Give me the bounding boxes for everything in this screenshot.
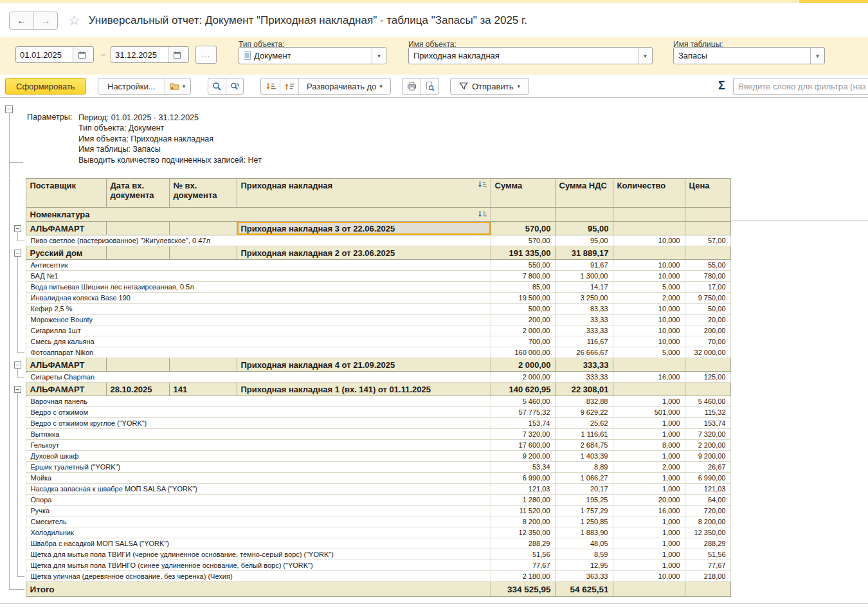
- item-sum-cell[interactable]: 500,00: [491, 304, 555, 315]
- item-quantity-cell[interactable]: 8,000: [613, 440, 685, 451]
- doc-number-cell[interactable]: [169, 358, 237, 372]
- empty-header-cell[interactable]: [491, 208, 555, 222]
- item-price-cell[interactable]: 218,00: [685, 571, 730, 582]
- column-header-price[interactable]: Цена: [685, 179, 730, 208]
- column-header-document[interactable]: Приходная накладная: [237, 179, 491, 208]
- supplier-cell[interactable]: АЛЬФАМАРТ: [26, 383, 106, 396]
- calendar-button[interactable]: [73, 47, 90, 62]
- total-sum-cell[interactable]: 334 525,95: [491, 582, 555, 597]
- generate-button[interactable]: Сформировать: [5, 78, 86, 95]
- doc-number-cell[interactable]: [169, 222, 237, 235]
- column-header-doc-number[interactable]: № вх. документа: [169, 179, 237, 208]
- item-sum-cell[interactable]: 1 280,00: [491, 495, 555, 506]
- nomenclature-header-cell[interactable]: Номенклатура: [26, 208, 491, 222]
- item-price-cell[interactable]: 57,00: [685, 235, 730, 246]
- item-price-cell[interactable]: 200,00: [685, 325, 730, 336]
- item-vat-cell[interactable]: 333,33: [555, 325, 613, 336]
- item-vat-cell[interactable]: 95,00: [555, 235, 613, 246]
- item-sum-cell[interactable]: 5 460,00: [491, 396, 555, 407]
- group-sum-cell[interactable]: 140 620,95: [491, 383, 555, 396]
- item-sum-cell[interactable]: 8 200,00: [491, 516, 555, 527]
- item-price-cell[interactable]: 5 460,00: [685, 396, 730, 407]
- item-price-cell[interactable]: 17,00: [685, 282, 730, 293]
- item-name-cell[interactable]: Ведро с отжимом круглое ("YORK"): [26, 418, 491, 429]
- item-price-cell[interactable]: 77,67: [685, 560, 730, 571]
- column-header-vat[interactable]: Сумма НДС: [555, 179, 613, 208]
- period-to-input[interactable]: [111, 50, 168, 60]
- item-quantity-cell[interactable]: 1,000: [613, 484, 685, 495]
- item-vat-cell[interactable]: 14,17: [555, 282, 613, 293]
- item-price-cell[interactable]: 8 200,00: [685, 516, 730, 527]
- item-sum-cell[interactable]: 17 600,00: [491, 440, 555, 451]
- item-vat-cell[interactable]: 33,33: [555, 315, 613, 325]
- report-variants-button[interactable]: ▾: [165, 78, 190, 94]
- table-name-combo[interactable]: Запасы ▾: [673, 47, 825, 64]
- item-price-cell[interactable]: 20,00: [685, 315, 730, 325]
- item-name-cell[interactable]: Варочная панель: [26, 396, 491, 407]
- item-name-cell[interactable]: Швабра с насадкой МОП SALSA ("YORK"): [26, 538, 491, 549]
- item-price-cell[interactable]: 288,29: [685, 538, 730, 549]
- item-vat-cell[interactable]: 26 666,67: [555, 347, 613, 358]
- item-name-cell[interactable]: Антисептик: [26, 260, 491, 271]
- item-quantity-cell[interactable]: 16,000: [613, 506, 685, 516]
- doc-date-cell[interactable]: 28.10.2025: [106, 383, 169, 396]
- item-name-cell[interactable]: Холодильник: [26, 527, 491, 538]
- item-sum-cell[interactable]: 12 350,00: [491, 527, 555, 538]
- item-quantity-cell[interactable]: 1,000: [613, 516, 685, 527]
- item-sum-cell[interactable]: 7 800,00: [491, 271, 555, 282]
- item-sum-cell[interactable]: 153,74: [491, 418, 555, 429]
- item-name-cell[interactable]: Щетка для мытья пола ТВИНГО (синее удлин…: [26, 560, 491, 571]
- item-name-cell[interactable]: Щетка для мытья пола ТВИГИ (черное удлин…: [26, 549, 491, 560]
- document-cell[interactable]: Приходная накладная 1 (вх. 141) от 01.11…: [237, 383, 491, 396]
- item-vat-cell[interactable]: 1 403,39: [555, 451, 613, 462]
- table-name-dropdown-button[interactable]: ▾: [810, 48, 824, 64]
- item-price-cell[interactable]: 720,00: [685, 506, 730, 516]
- doc-date-cell[interactable]: [106, 246, 169, 260]
- item-sum-cell[interactable]: 2 000,00: [491, 372, 555, 383]
- item-sum-cell[interactable]: 2 000,00: [491, 325, 555, 336]
- item-quantity-cell[interactable]: 1,000: [613, 396, 685, 407]
- item-quantity-cell[interactable]: 2,000: [613, 462, 685, 473]
- item-vat-cell[interactable]: 1 300,00: [555, 271, 613, 282]
- total-label-cell[interactable]: Итого: [26, 582, 491, 597]
- group-sum-cell[interactable]: 2 000,00: [491, 358, 555, 372]
- group-price-cell[interactable]: [685, 246, 730, 260]
- item-name-cell[interactable]: БАД №1: [26, 271, 491, 282]
- item-name-cell[interactable]: Опора: [26, 495, 491, 506]
- item-quantity-cell[interactable]: 5,000: [613, 282, 685, 293]
- item-price-cell[interactable]: 2 200,00: [685, 440, 730, 451]
- total-price-cell[interactable]: [685, 582, 730, 597]
- total-quantity-cell[interactable]: [613, 582, 685, 597]
- item-quantity-cell[interactable]: 10,000: [613, 304, 685, 315]
- item-vat-cell[interactable]: 83,33: [555, 304, 613, 315]
- item-vat-cell[interactable]: 1 250,85: [555, 516, 613, 527]
- item-sum-cell[interactable]: 550,00: [491, 260, 555, 271]
- object-type-combo[interactable]: Документ ▾: [239, 47, 386, 64]
- item-name-cell[interactable]: Мороженое Bounty: [26, 315, 491, 325]
- print-button[interactable]: [402, 78, 420, 94]
- period-from-input[interactable]: [16, 50, 73, 60]
- item-name-cell[interactable]: Фотоаппарат Nikon: [26, 347, 491, 358]
- item-sum-cell[interactable]: 700,00: [491, 336, 555, 347]
- send-button[interactable]: Отправить ▾: [450, 78, 529, 95]
- item-quantity-cell[interactable]: 10,000: [613, 271, 685, 282]
- item-name-cell[interactable]: Сигарилла 1шт: [26, 325, 491, 336]
- expand-groups-button[interactable]: [261, 78, 280, 94]
- empty-header-cell[interactable]: [685, 208, 730, 222]
- item-sum-cell[interactable]: 2 180,00: [491, 571, 555, 582]
- item-vat-cell[interactable]: 25,62: [555, 418, 613, 429]
- group-vat-cell[interactable]: 22 308,01: [555, 383, 613, 396]
- period-more-button[interactable]: ...: [195, 46, 217, 64]
- item-sum-cell[interactable]: 9 200,00: [491, 451, 555, 462]
- collapse-group-button[interactable]: −: [14, 225, 21, 232]
- item-name-cell[interactable]: Вода питьевая Шишкин лес негазированная,…: [26, 282, 491, 293]
- supplier-cell[interactable]: Русский дом: [26, 246, 106, 260]
- group-quantity-cell[interactable]: [613, 222, 685, 235]
- item-quantity-cell[interactable]: 501,000: [613, 407, 685, 418]
- item-price-cell[interactable]: 153,74: [685, 418, 730, 429]
- group-vat-cell[interactable]: 31 889,17: [555, 246, 613, 260]
- item-quantity-cell[interactable]: 1,000: [613, 527, 685, 538]
- settings-button[interactable]: Настройки...: [98, 78, 165, 94]
- group-vat-cell[interactable]: 333,33: [555, 358, 613, 372]
- item-vat-cell[interactable]: 832,88: [555, 396, 613, 407]
